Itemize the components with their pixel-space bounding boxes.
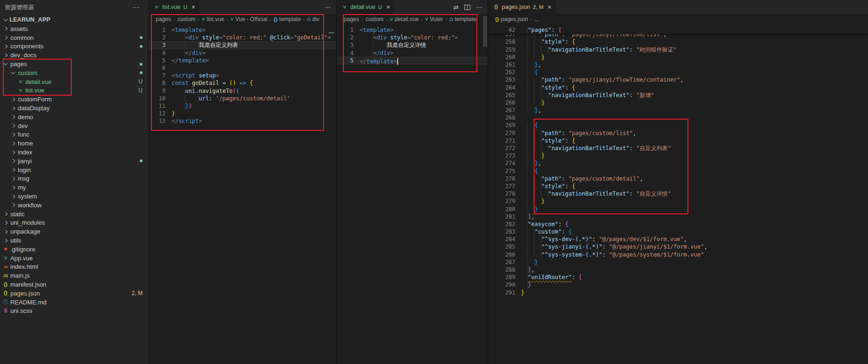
tree-item-uni-scss[interactable]: Suni.scss [0,307,148,316]
breadcrumb-item-vue-official[interactable]: VVue - Official [231,16,267,23]
code-line[interactable]: 5</template> [337,57,488,64]
code-line[interactable]: 277 "style": { [488,182,868,190]
code-line[interactable]: 9 uni.navigateTo({ [149,87,336,95]
tree-item-func[interactable]: func [0,130,148,139]
code-line[interactable]: 289 "uniIdRouter": { [488,273,868,281]
code-line[interactable]: 271 "style": { [488,137,868,144]
project-root-item[interactable]: LEARUN_APP [0,15,148,24]
code-line[interactable]: 261 }, [488,61,868,68]
code-line[interactable]: 262 { [488,68,868,76]
tree-item-index[interactable]: index [0,148,148,157]
tree-item-jianyi[interactable]: jianyi [0,157,148,166]
code-line[interactable]: 284 "^sys-dev-(.*)": "@/pages/dev/$1/for… [488,235,868,243]
tree-item-detail-vue[interactable]: Vdetail.vueU [0,77,148,86]
code-line[interactable]: 288 }, [488,266,868,273]
open-changes-icon[interactable]: ⇄ [453,4,459,10]
code-line[interactable]: 290 } [488,281,868,288]
explorer-more-actions-icon[interactable]: ⋯ [132,3,140,12]
breadcrumb-item-template[interactable]: {}template [274,16,301,23]
code-line[interactable]: 263 "path": "pages/jianyi/flowTime/conta… [488,76,868,83]
breadcrumb-item-div[interactable]: div [307,16,319,23]
code-line[interactable]: 259 "navigationBarTitleText": "时间组件验证" [488,46,868,53]
code-line[interactable]: 287 } [488,258,868,266]
code-line[interactable]: 267 }, [488,106,868,114]
breadcrumb-item-pages-json[interactable]: {}pages.json [495,16,528,23]
tree-item-msg[interactable]: msg [0,174,148,183]
tree-item-static[interactable]: static [0,210,148,219]
code-line[interactable]: 11 }) [149,102,336,110]
tree-item-uni-modules[interactable]: uni_modules [0,219,148,228]
breadcrumb-item-[interactable]: ... [535,16,539,23]
tree-item-components[interactable]: components [0,42,148,51]
code-line[interactable]: 274 }, [488,159,868,167]
code-line[interactable]: 258 "style": { [488,38,868,46]
tree-item-dev[interactable]: dev [0,121,148,130]
tree-item-app-vue[interactable]: VApp.vue [0,254,148,263]
breadcrumb-item-pages[interactable]: pages [156,16,171,23]
close-icon[interactable]: × [191,4,195,10]
tab-list-vue[interactable]: Vlist.vueU× [149,0,200,14]
code-line[interactable]: 264 "style": { [488,84,868,91]
tab-detail-vue[interactable]: Vdetail.vueU× [337,0,395,14]
code-line[interactable]: 3 我是自定义列表 [149,41,336,49]
breadcrumb-item-pages[interactable]: pages [344,16,359,23]
code-line[interactable]: 273 } [488,152,868,159]
code-line[interactable]: 260 } [488,53,868,61]
code-line[interactable]: 2 <div style="color: red;" @click="goDet… [149,34,336,41]
breadcrumb-item-custom[interactable]: custom [177,16,196,23]
tree-item-common[interactable]: common [0,33,148,42]
code-line[interactable]: 3 我是自定义详情 [337,41,488,49]
code-line[interactable]: 276 "path": "pages/custom/detail", [488,175,868,182]
more-actions-icon[interactable]: ⋯ [476,4,482,10]
tree-item-my[interactable]: my [0,183,148,192]
code-line[interactable]: 280 } [488,205,868,213]
code-line[interactable]: 13</script> [149,117,336,125]
code-line[interactable]: 1<template> [337,26,488,34]
code-line[interactable]: 4 </div> [149,49,336,57]
code-line[interactable]: 1<template> [149,26,336,34]
code-line[interactable]: 268 [488,114,868,121]
code-line[interactable]: 4 </div> [337,49,488,57]
code-line[interactable]: 265 "navigationBarTitleText": "新增" [488,91,868,99]
tree-item-list-vue[interactable]: Vlist.vueU [0,86,148,95]
code-line[interactable]: 10 url: '/pages/custom/detail' [149,95,336,102]
tree-item-customform[interactable]: customForm [0,95,148,104]
code-line[interactable]: 283 "custom": { [488,228,868,235]
breadcrumb-item-custom[interactable]: custom [365,16,384,23]
tree-item-pages-json[interactable]: {}pages.json2, M [0,289,148,298]
tree-item-system[interactable]: system [0,192,148,201]
code-line[interactable]: 282 "easycom": { [488,220,868,228]
tree-item-main-js[interactable]: JSmain.js [0,271,148,280]
tree-item-manifest-json[interactable]: {}manifest.json [0,280,148,289]
tree-item-index-html[interactable]: <>index.html [0,263,148,272]
tab-pages-json[interactable]: {}pages.json2, M× [488,0,556,14]
code-line[interactable]: 6 [149,64,336,72]
code-line[interactable]: 7<script setup> [149,72,336,79]
close-icon[interactable]: × [548,4,551,10]
code-line[interactable]: 266 } [488,99,868,106]
tree-item-utils[interactable]: utils [0,236,148,245]
split-editor-icon[interactable] [464,5,470,10]
code-line[interactable]: 269 { [488,121,868,129]
tree-item-readme-md[interactable]: ⓘREADME.md [0,298,148,307]
code-line[interactable]: 270 "path": "pages/custom/list", [488,129,868,137]
tree-item-workflow[interactable]: workflow [0,201,148,210]
tree-item-custom[interactable]: custom [0,68,148,77]
tree-item-gitignore[interactable]: ◆.gitignore [0,245,148,254]
code-line[interactable]: 275 { [488,167,868,175]
code-line[interactable]: 8const goDetail = () => { [149,79,336,87]
tree-item-datadisplay[interactable]: dataDisplay [0,104,148,113]
breadcrumb-item-vuter[interactable]: VVuter [425,16,443,23]
tree-item-assets[interactable]: assets [0,24,148,33]
close-icon[interactable]: × [386,4,390,10]
breadcrumb-item-template[interactable]: template [450,16,476,23]
tree-item-demo[interactable]: demo [0,113,148,121]
code-line[interactable]: 2 <div style="color: red;"> [337,34,488,41]
code-line[interactable]: 285 "^sys-jianyi-(.*)": "@/pages/jianyi/… [488,243,868,250]
code-line[interactable]: 291} [488,289,868,296]
tree-item-dev-docs[interactable]: dev_docs [0,51,148,60]
more-actions-icon[interactable]: ⋯ [325,4,331,10]
code-line[interactable]: 279 } [488,197,868,205]
breadcrumb-item-list-vue[interactable]: Vlist.vue [202,16,224,23]
code-line[interactable]: 278 "navigationBarTitleText": "自定义详情" [488,190,868,197]
